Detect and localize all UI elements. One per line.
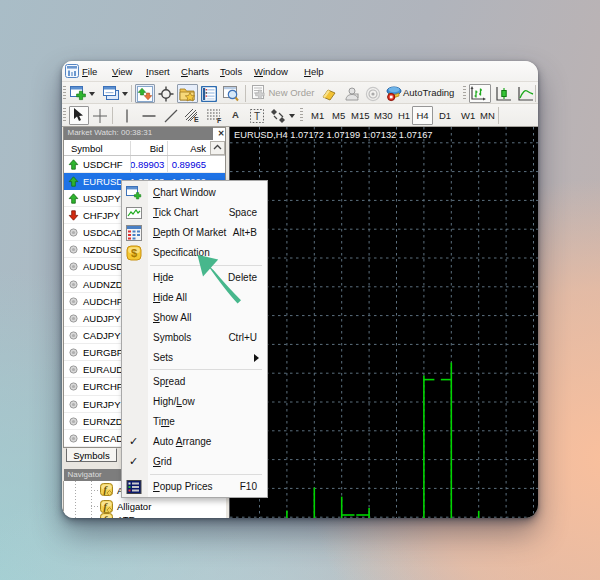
svg-text:F: F [217, 117, 222, 124]
svg-text:E: E [194, 116, 199, 123]
svg-text:T: T [254, 111, 260, 122]
svg-text:$: $ [131, 247, 137, 259]
